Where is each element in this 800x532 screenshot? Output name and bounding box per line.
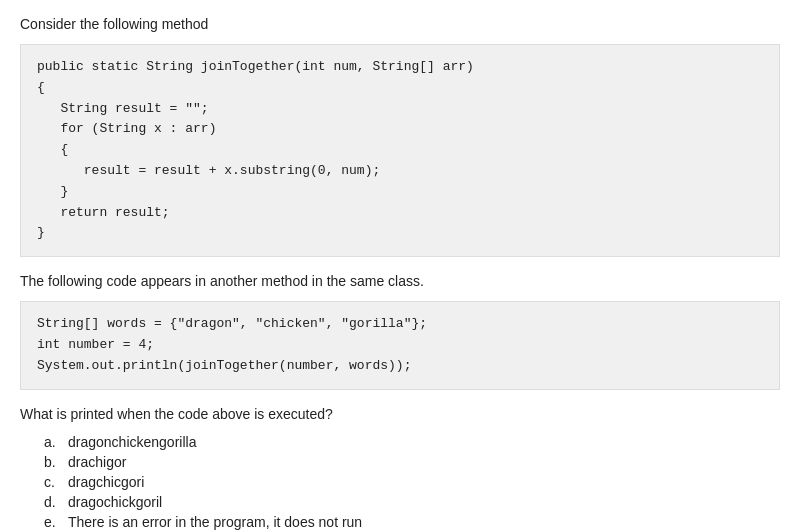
question-intro: Consider the following method [20, 16, 780, 32]
option-text: drachigor [68, 454, 126, 470]
question-text: What is printed when the code above is e… [20, 406, 780, 422]
option-item: a.dragonchickengorilla [44, 434, 780, 450]
option-label: b. [44, 454, 60, 470]
option-label: c. [44, 474, 60, 490]
between-text: The following code appears in another me… [20, 273, 780, 289]
option-item: c.dragchicgori [44, 474, 780, 490]
option-item: b.drachigor [44, 454, 780, 470]
option-text: dragochickgoril [68, 494, 162, 510]
option-text: dragchicgori [68, 474, 144, 490]
code-block-usage: String[] words = {"dragon", "chicken", "… [20, 301, 780, 389]
option-label: e. [44, 514, 60, 530]
option-text: dragonchickengorilla [68, 434, 196, 450]
option-item: e.There is an error in the program, it d… [44, 514, 780, 530]
option-item: d.dragochickgoril [44, 494, 780, 510]
option-text: There is an error in the program, it doe… [68, 514, 362, 530]
code-block-method: public static String joinTogether(int nu… [20, 44, 780, 257]
option-label: a. [44, 434, 60, 450]
options-list: a.dragonchickengorillab.drachigorc.dragc… [20, 434, 780, 530]
option-label: d. [44, 494, 60, 510]
